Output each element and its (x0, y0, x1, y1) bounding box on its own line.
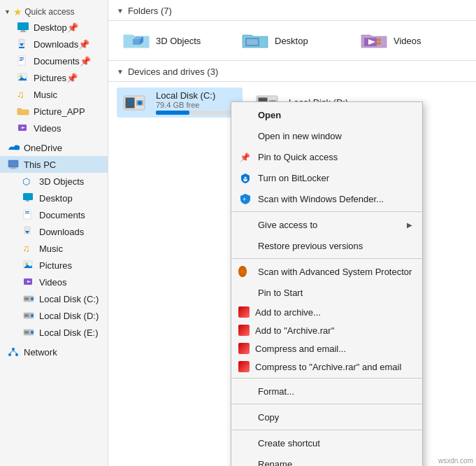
sidebar-sub-music[interactable]: ♫ Music (0, 240, 108, 257)
sidebar-item-downloads[interactable]: Downloads 📌 (0, 36, 108, 52)
sidebar-sub-documents[interactable]: Documents (0, 206, 108, 223)
quick-access-star-icon: ★ (13, 6, 22, 17)
diskd-icon (22, 309, 35, 322)
quick-access-section[interactable]: ▼ ★ Quick access (0, 3, 108, 19)
ctx-defender[interactable]: + Scan with Windows Defender... (231, 188, 422, 209)
svg-rect-9 (20, 60, 22, 61)
ctx-sep-1 (231, 211, 422, 212)
folder-3dobjects-label: 3D Objects (156, 36, 201, 46)
drive-c-progress-bg (156, 111, 240, 115)
sidebar-sub-diske[interactable]: Local Disk (E:) (0, 324, 108, 341)
devices-title: Devices and drives (128, 66, 205, 77)
ctx-give-access-arrow: ▶ (407, 221, 412, 229)
svg-rect-40 (24, 331, 29, 334)
sidebar-sub-3dobjects[interactable]: ⬡ 3D Objects (0, 173, 108, 190)
documents-icon (17, 55, 29, 67)
svg-point-42 (12, 348, 15, 351)
sidebar-item-documents[interactable]: Documents 📌 (0, 52, 108, 69)
ctx-compress-email[interactable]: Compress and email... (231, 339, 422, 358)
svg-text:📌: 📌 (240, 152, 250, 162)
sidebar-item-thispc[interactable]: This PC (0, 156, 108, 173)
sidebar-sub-videos[interactable]: Videos (0, 274, 108, 290)
ctx-bitlocker[interactable]: Turn on BitLocker (231, 167, 422, 188)
folder-item-videos[interactable]: Videos (354, 27, 466, 55)
ctx-pin-quick-access[interactable]: 📌 Pin to Quick access (231, 146, 422, 167)
diske-icon (22, 326, 35, 339)
ctx-defender-label: Scan with Windows Defender... (258, 194, 384, 204)
folders-grid: 3D Objects Desktop (108, 21, 476, 60)
thispc-icon (7, 158, 20, 171)
svg-rect-16 (8, 160, 18, 167)
folder-yellow-icon (17, 105, 29, 118)
pin-icon: 📌 (78, 39, 89, 50)
sidebar-sub-pictures[interactable]: Pictures (0, 257, 108, 274)
ctx-give-access-label: Give access to (258, 220, 317, 230)
watermark: wsxdn.com (435, 456, 476, 466)
pictures-icon (17, 71, 29, 84)
sub-diskd-label: Local Disk (D:) (39, 311, 99, 321)
ctx-pin-start-label: Pin to Start (258, 288, 303, 298)
sidebar-item-picture-app[interactable]: Picture_APP (0, 103, 108, 120)
music-icon: ♫ (17, 88, 29, 101)
svg-point-38 (31, 314, 34, 317)
sidebar-sub-desktop[interactable]: Desktop (0, 190, 108, 206)
svg-text:+: + (243, 196, 246, 203)
ctx-compress-rar-email[interactable]: Compress to "Archive.rar" and email (231, 358, 422, 376)
ctx-winrar1-icon (238, 306, 250, 318)
ctx-asp[interactable]: Scan with Advanced System Protector (231, 261, 422, 282)
svg-point-60 (138, 101, 142, 105)
folder-desktop-label: Desktop (275, 36, 308, 46)
ctx-add-archive-rar[interactable]: Add to "Archive.rar" (231, 321, 422, 339)
ctx-sep-5 (231, 430, 422, 430)
ctx-compress-rar-email-label: Compress to "Archive.rar" and email (255, 362, 401, 372)
devices-section-header[interactable]: ▼ Devices and drives (3) (108, 61, 476, 82)
sidebar-item-network[interactable]: Network (0, 344, 108, 360)
sub-diske-label: Local Disk (E:) (39, 327, 99, 338)
drive-item-c[interactable]: Local Disk (C:) 79.4 GB free (117, 87, 243, 118)
folders-section-header[interactable]: ▼ Folders (7) (108, 0, 476, 21)
sidebar-item-videos-qa[interactable]: Videos (0, 120, 108, 136)
svg-rect-37 (24, 314, 29, 317)
ctx-winrar2-icon (238, 325, 250, 336)
ctx-open[interactable]: Open (231, 104, 422, 125)
ctx-winrar4-icon (238, 361, 250, 372)
svg-point-43 (8, 353, 11, 356)
pin-icon: 📌 (66, 73, 78, 83)
sidebar-downloads-label: Downloads (34, 39, 78, 50)
sidebar-documents-label: Documents (34, 56, 80, 66)
ctx-give-access[interactable]: Give access to ▶ (231, 214, 422, 235)
ctx-compress-email-label: Compress and email... (255, 344, 346, 354)
folder-item-3dobjects[interactable]: 3D Objects (117, 27, 229, 55)
ctx-add-archive[interactable]: Add to archive... (231, 303, 422, 321)
folder-desktop-icon (241, 29, 269, 52)
sidebar-item-desktop[interactable]: Desktop 📌 (0, 19, 108, 36)
ctx-format[interactable]: Format... (231, 381, 422, 402)
sidebar-sub-downloads[interactable]: Downloads (0, 223, 108, 240)
ctx-copy[interactable]: Copy (231, 407, 422, 428)
ctx-rename[interactable]: Rename (231, 453, 422, 466)
svg-rect-23 (25, 211, 29, 212)
sidebar-picture-app-label: Picture_APP (34, 106, 85, 117)
ctx-create-shortcut[interactable]: Create shortcut (231, 432, 422, 453)
pin-icon: 📌 (80, 56, 91, 66)
ctx-give-access-icon (238, 218, 252, 232)
sidebar-item-pictures[interactable]: Pictures 📌 (0, 69, 108, 86)
sidebar-sub-diskc[interactable]: Local Disk (C:) (0, 290, 108, 307)
videos-icon (17, 122, 29, 134)
ctx-restore-versions[interactable]: Restore previous versions (231, 235, 422, 256)
ctx-rename-label: Rename (258, 459, 292, 467)
sidebar-item-music[interactable]: ♫ Music (0, 86, 108, 103)
ctx-asp-icon (238, 264, 252, 278)
ctx-restore-label: Restore previous versions (258, 241, 363, 251)
svg-rect-64 (127, 103, 130, 106)
sidebar: ▼ ★ Quick access Desktop 📌 Downloads 📌 D… (0, 0, 108, 466)
folder-item-desktop[interactable]: Desktop (236, 27, 347, 55)
sidebar-sub-diskd[interactable]: Local Disk (D:) (0, 307, 108, 324)
downloads-icon (17, 38, 29, 50)
svg-rect-51 (247, 39, 258, 45)
ctx-open-new-window[interactable]: Open in new window (231, 125, 422, 146)
svg-rect-0 (17, 22, 29, 30)
svg-line-46 (13, 351, 17, 353)
sidebar-item-onedrive[interactable]: OneDrive (0, 139, 108, 156)
ctx-pin-start[interactable]: Pin to Start (231, 282, 422, 303)
